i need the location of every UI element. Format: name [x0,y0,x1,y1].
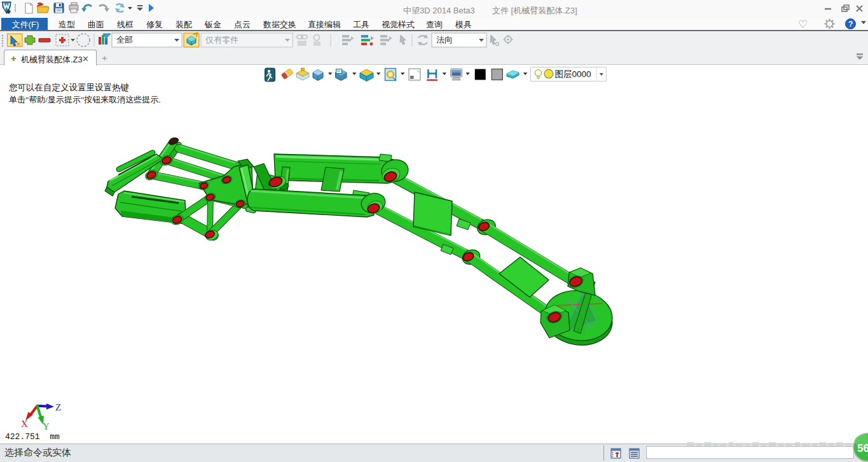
svg-text:Y: Y [43,421,50,431]
svg-text:Z: Z [55,402,61,412]
svg-text:X: X [21,419,28,429]
svg-text:56: 56 [857,442,868,454]
